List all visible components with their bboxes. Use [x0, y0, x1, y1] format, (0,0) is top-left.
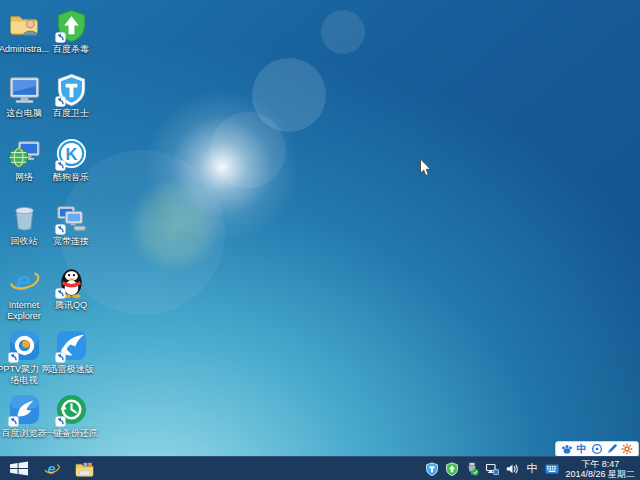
shortcut-arrow-overlay: [55, 288, 66, 299]
kugou-music-icon: K: [54, 136, 89, 171]
desktop-icon-xunlei-thunder[interactable]: 迅雷极速版: [43, 328, 99, 375]
file-explorer-taskbar-button[interactable]: [68, 457, 101, 480]
shortcut-arrow-overlay: [55, 352, 66, 363]
internet-explorer-taskbar-button[interactable]: e: [36, 457, 68, 480]
langbar-handwriting-icon[interactable]: [606, 443, 618, 455]
svg-text:K: K: [65, 145, 77, 164]
desktop-icon-label: 迅雷极速版: [43, 364, 99, 375]
langbar-toolbox-icon[interactable]: [621, 443, 633, 455]
lens-flare-medium: [252, 58, 326, 132]
langbar-chinese-mode-icon[interactable]: 中: [576, 443, 588, 455]
baidu-antivirus-icon: [54, 8, 89, 43]
svg-text:e: e: [15, 265, 31, 297]
lens-flare-tint: [128, 178, 223, 273]
desktop-icon-label: 宽带连接: [43, 236, 99, 247]
tray-baidu-weishi-icon[interactable]: [424, 461, 439, 476]
file-explorer-icon: [75, 461, 94, 477]
desktop-icon-label: 百度卫士: [43, 108, 99, 119]
taskbar: e 中 下午 8:47 2014/8/26 星期二: [0, 456, 640, 480]
baidu-browser-icon: [7, 392, 42, 427]
this-pc-icon: [7, 72, 42, 107]
desktop-icon-kugou-music[interactable]: K酷狗音乐: [43, 136, 99, 183]
tray-touch-keyboard-icon[interactable]: [544, 461, 559, 476]
network-icon: [7, 136, 42, 171]
langbar-punctuation-mode-icon[interactable]: [591, 443, 603, 455]
shortcut-arrow-overlay: [8, 416, 19, 427]
tray-usb-safe-remove-icon[interactable]: [464, 461, 479, 476]
backup-restore-icon: [54, 392, 89, 427]
tray-volume-icon[interactable]: [504, 461, 519, 476]
desktop-icon-label: 酷狗音乐: [43, 172, 99, 183]
desktop: Administra...百度杀毒这台电脑百度卫士网络K酷狗音乐回收站宽带连接e…: [0, 0, 640, 480]
internet-explorer-icon: e: [7, 264, 42, 299]
desktop-icon-label: 百度杀毒: [43, 44, 99, 55]
mouse-cursor: [419, 158, 432, 177]
shortcut-arrow-overlay: [55, 160, 66, 171]
shortcut-arrow-overlay: [55, 416, 66, 427]
tray-input-language-icon[interactable]: 中: [524, 461, 539, 476]
desktop-icon-tencent-qq[interactable]: 腾讯QQ: [43, 264, 99, 311]
shortcut-arrow-overlay: [55, 96, 66, 107]
desktop-icon-broadband-connection[interactable]: 宽带连接: [43, 200, 99, 247]
baidu-weishi-icon: [54, 72, 89, 107]
shortcut-arrow-overlay: [55, 32, 66, 43]
taskbar-clock[interactable]: 下午 8:47 2014/8/26 星期二: [565, 459, 635, 479]
tray-network-icon[interactable]: [484, 461, 499, 476]
input-language-indicator: 中: [526, 461, 537, 476]
lens-flare-large: [210, 112, 286, 188]
langbar-baidu-input-logo-icon[interactable]: [561, 443, 573, 455]
tray-baidu-antivirus-icon[interactable]: [444, 461, 459, 476]
shortcut-arrow-overlay: [8, 352, 19, 363]
start-icon: [9, 461, 29, 476]
broadband-connection-icon: [54, 200, 89, 235]
system-tray: 中: [424, 461, 559, 476]
svg-text:e: e: [47, 461, 55, 477]
clock-date: 2014/8/26 星期二: [565, 469, 635, 479]
lens-flare-small: [321, 10, 365, 54]
desktop-icon-baidu-weishi[interactable]: 百度卫士: [43, 72, 99, 119]
language-bar[interactable]: 中: [555, 441, 639, 457]
desktop-icon-backup-restore[interactable]: 一键备份还原: [43, 392, 99, 439]
chinese-mode-label: 中: [577, 443, 587, 455]
xunlei-thunder-icon: [54, 328, 89, 363]
desktop-icon-baidu-antivirus[interactable]: 百度杀毒: [43, 8, 99, 55]
desktop-icon-label: 腾讯QQ: [43, 300, 99, 311]
desktop-icon-label: 一键备份还原: [43, 428, 99, 439]
clock-time: 下午 8:47: [565, 459, 635, 469]
pptv-icon: [7, 328, 42, 363]
lens-flare-glow: [142, 87, 302, 247]
internet-explorer-icon: e: [43, 460, 61, 478]
shortcut-arrow-overlay: [55, 224, 66, 235]
tencent-qq-icon: [54, 264, 89, 299]
start-button[interactable]: [2, 457, 36, 480]
recycle-bin-icon: [7, 200, 42, 235]
administrator-folder-icon: [7, 8, 42, 43]
